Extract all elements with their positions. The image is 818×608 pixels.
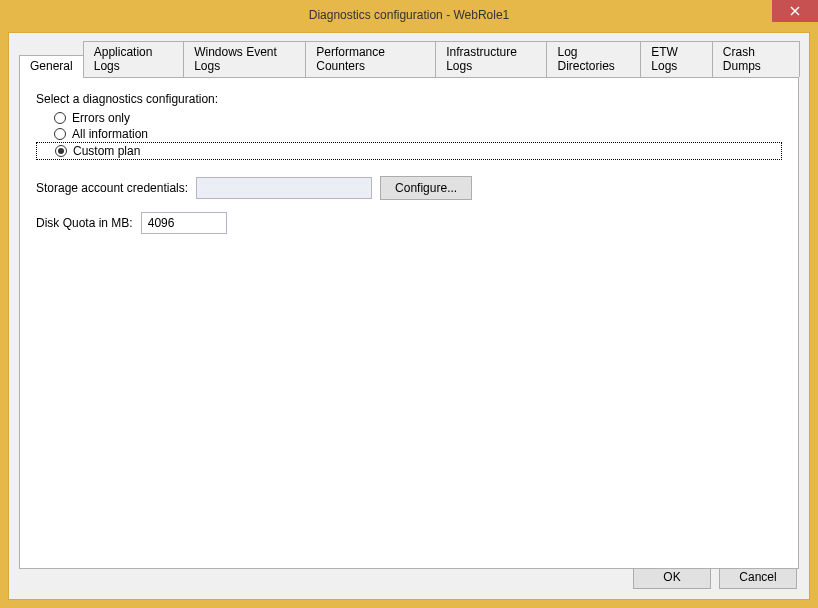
disk-quota-field[interactable] [141, 212, 227, 234]
disk-quota-row: Disk Quota in MB: [36, 212, 782, 234]
configure-button[interactable]: Configure... [380, 176, 472, 200]
tab-general[interactable]: General [19, 55, 84, 77]
storage-credentials-input[interactable] [201, 180, 367, 196]
config-prompt: Select a diagnostics configuration: [36, 92, 782, 106]
radio-custom-plan[interactable]: Custom plan [36, 142, 782, 160]
tab-infrastructure-logs[interactable]: Infrastructure Logs [435, 41, 547, 77]
radio-label: Errors only [72, 111, 130, 125]
storage-label: Storage account credentials: [36, 181, 188, 195]
radio-label: All information [72, 127, 148, 141]
radio-icon [54, 112, 66, 124]
radio-label: Custom plan [73, 144, 140, 158]
tab-log-directories[interactable]: Log Directories [546, 41, 641, 77]
close-button[interactable] [772, 0, 818, 22]
tab-windows-event-logs[interactable]: Windows Event Logs [183, 41, 306, 77]
tab-performance-counters[interactable]: Performance Counters [305, 41, 436, 77]
dialog-window: Diagnostics configuration - WebRole1 Gen… [0, 0, 818, 608]
radio-icon [55, 145, 67, 157]
storage-credentials-field[interactable] [196, 177, 372, 199]
storage-row: Storage account credentials: Configure..… [36, 176, 782, 200]
tab-crash-dumps[interactable]: Crash Dumps [712, 41, 800, 77]
radio-icon [54, 128, 66, 140]
disk-quota-label: Disk Quota in MB: [36, 216, 133, 230]
client-area: General Application Logs Windows Event L… [8, 32, 810, 600]
titlebar: Diagnostics configuration - WebRole1 [0, 0, 818, 30]
radio-errors-only[interactable]: Errors only [36, 110, 782, 126]
tab-etw-logs[interactable]: ETW Logs [640, 41, 713, 77]
window-title: Diagnostics configuration - WebRole1 [309, 8, 510, 22]
disk-quota-input[interactable] [146, 215, 222, 231]
radio-all-information[interactable]: All information [36, 126, 782, 142]
tab-application-logs[interactable]: Application Logs [83, 41, 184, 77]
tabstrip: General Application Logs Windows Event L… [9, 33, 809, 77]
tabpanel-general: Select a diagnostics configuration: Erro… [19, 77, 799, 569]
close-icon [790, 6, 800, 16]
